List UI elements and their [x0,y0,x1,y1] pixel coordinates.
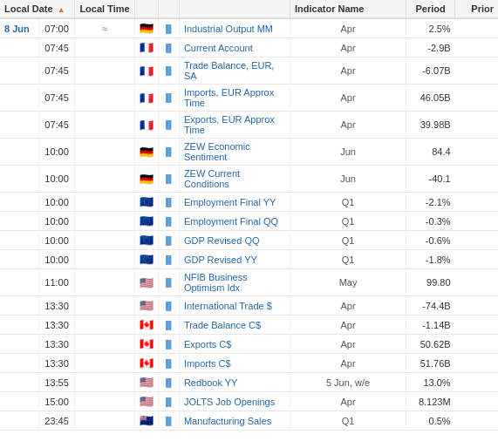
bars-icon-cell: ▐▌ [158,354,179,373]
prior-label: Prior [471,3,494,14]
date-cell [0,85,38,112]
indicator-name-cell[interactable]: ZEW Current Conditions [179,166,290,193]
prior-cell: 50.62B [406,335,455,354]
bars-icon-cell: ▐▌ [158,166,179,193]
indicator-name-cell[interactable]: Trade Balance C$ [179,316,290,335]
prior-cell: 13.0% [406,373,455,392]
indicator-name-cell[interactable]: NFIB Business Optimism Idx [179,269,290,296]
date-cell [0,392,38,411]
indicator-name-cell[interactable]: ZEW Economic Sentiment [179,139,290,166]
bars-icon-cell: ▐▌ [158,296,179,316]
time-cell: 13:30 [38,354,75,373]
indicator-name-cell[interactable]: Employment Final YY [179,193,290,212]
indicator-name-cell[interactable]: GDP Revised YY [179,250,290,269]
prior-cell: -2.9B [406,38,455,58]
time-cell: 13:55 [38,373,75,392]
indicator-name-cell[interactable]: Industrial Output MM [179,18,290,38]
date-cell [0,112,38,139]
time-cell: 07:45 [38,112,75,139]
flag-cell: 🇪🇺 [134,193,158,212]
bars-icon-cell: ▐▌ [158,112,179,139]
table-row: 13:55 🇺🇸 ▐▌ Redbook YY 5 Jun, w/e 13.0% [0,373,498,392]
period-cell: Apr [290,296,406,316]
flag-cell: 🇩🇪 [134,166,158,193]
approx-cell [75,269,134,296]
prior-cell: -74.4B [406,296,455,316]
time-cell: 10:00 [38,139,75,166]
indicator-name-cell[interactable]: Imports, EUR Approx Time [179,85,290,112]
date-cell [0,316,38,335]
bars-header [179,0,290,18]
time-cell: 07:45 [38,85,75,112]
prior-cell: -0.6% [406,231,455,250]
flag-header [158,0,179,18]
indicator-name-cell[interactable]: GDP Revised QQ [179,231,290,250]
indicator-name-cell[interactable]: Redbook YY [179,373,290,392]
economic-calendar-table: Local Date ▲ Local Time Indicator Name P… [0,0,498,431]
date-header[interactable]: Local Date ▲ [0,0,75,18]
approx-cell [75,250,134,269]
approx-cell [75,139,134,166]
date-cell [0,335,38,354]
indicator-name-cell[interactable]: Trade Balance, EUR, SA [179,58,290,85]
flag-cell: 🇩🇪 [134,139,158,166]
period-cell: Apr [290,335,406,354]
period-header: Period [406,0,455,18]
time-cell: 10:00 [38,193,75,212]
prior-cell: -2.1% [406,193,455,212]
indicator-name-cell[interactable]: International Trade $ [179,296,290,316]
date-cell [0,231,38,250]
period-cell: Apr [290,392,406,411]
indicator-name-cell[interactable]: Manufacturing Sales [179,411,290,431]
date-cell [0,250,38,269]
table-row: 10:00 🇩🇪 ▐▌ ZEW Current Conditions Jun -… [0,166,498,193]
flag-cell: 🇪🇺 [134,212,158,231]
sort-arrow-icon: ▲ [58,5,65,14]
time-cell: 11:00 [38,269,75,296]
flag-cell: 🇫🇷 [134,85,158,112]
approx-cell [75,335,134,354]
bars-icon-cell: ▐▌ [158,38,179,58]
prior-cell: 99.80 [406,269,455,296]
approx-cell [75,296,134,316]
time-cell: 15:00 [38,392,75,411]
period-cell: Apr [290,38,406,58]
approx-cell [75,373,134,392]
prior-cell: 51.76B [406,354,455,373]
approx-cell [75,354,134,373]
time-cell: 07:45 [38,38,75,58]
bars-icon-cell: ▐▌ [158,411,179,431]
period-cell: Q1 [290,231,406,250]
date-cell [0,354,38,373]
period-cell: Q1 [290,250,406,269]
table-row: 10:00 🇪🇺 ▐▌ Employment Final YY Q1 -2.1% [0,193,498,212]
prior-cell: -1.14B [406,316,455,335]
flag-cell: 🇩🇪 [134,18,158,38]
table-row: 11:00 🇺🇸 ▐▌ NFIB Business Optimism Idx M… [0,269,498,296]
period-cell: Apr [290,58,406,85]
time-cell: 13:30 [38,316,75,335]
table-row: 15:00 🇺🇸 ▐▌ JOLTS Job Openings Apr 8.123… [0,392,498,411]
approx-cell [75,166,134,193]
indicator-name-cell[interactable]: Employment Final QQ [179,212,290,231]
indicator-name-cell[interactable]: JOLTS Job Openings [179,392,290,411]
bars-icon-cell: ▐▌ [158,58,179,85]
approx-cell [75,58,134,85]
approx-cell [75,316,134,335]
table-row: 07:45 🇫🇷 ▐▌ Imports, EUR Approx Time Apr… [0,85,498,112]
flag-cell: 🇨🇦 [134,316,158,335]
approx-header [134,0,158,18]
date-cell [0,411,38,431]
indicator-name-cell[interactable]: Current Account [179,38,290,58]
indicator-name-cell[interactable]: Exports C$ [179,335,290,354]
prior-cell: 0.5% [406,411,455,431]
period-cell: Apr [290,85,406,112]
bars-icon-cell: ▐▌ [158,250,179,269]
date-cell [0,269,38,296]
approx-cell [75,411,134,431]
indicator-name-cell[interactable]: Imports C$ [179,354,290,373]
bars-icon-cell: ▐▌ [158,85,179,112]
approx-cell [75,112,134,139]
indicator-name-cell[interactable]: Exports, EUR Approx Time [179,112,290,139]
bars-icon-cell: ▐▌ [158,269,179,296]
